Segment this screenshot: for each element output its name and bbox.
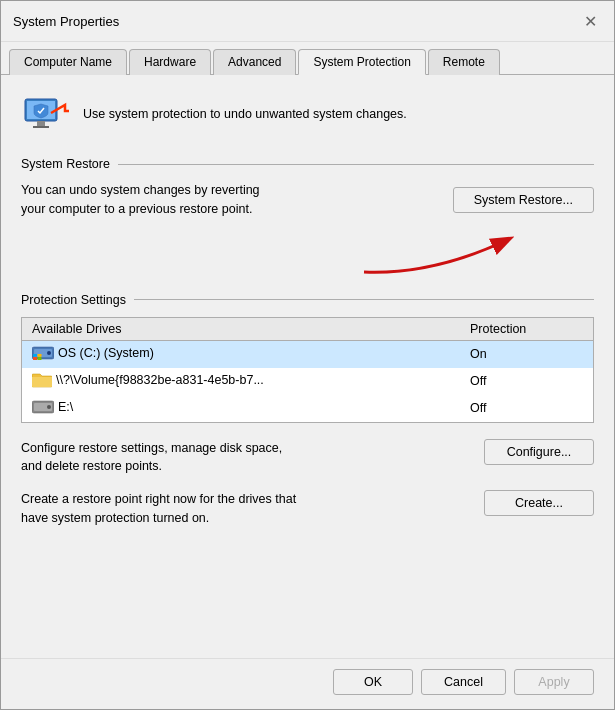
drive-label-2: \\?\Volume{f98832be-a831-4e5b-b7... xyxy=(56,373,264,387)
create-row: Create a restore point right now for the… xyxy=(21,490,594,528)
system-protection-icon xyxy=(21,91,69,139)
svg-rect-8 xyxy=(38,357,42,360)
title-bar: System Properties ✕ xyxy=(1,1,614,42)
protection-settings-section: Protection Settings Available Drives Pro… xyxy=(21,293,594,423)
table-row[interactable]: OS (C:) (System) On xyxy=(22,340,594,368)
arrow-area xyxy=(21,227,594,277)
drives-table: Available Drives Protection xyxy=(21,317,594,423)
svg-point-13 xyxy=(47,405,51,409)
hdd-icon xyxy=(32,345,54,361)
footer: OK Cancel Apply xyxy=(1,658,614,709)
drive-name-1: OS (C:) (System) xyxy=(22,340,461,368)
tab-system-protection[interactable]: System Protection xyxy=(298,49,425,75)
system-properties-window: System Properties ✕ Computer Name Hardwa… xyxy=(0,0,615,710)
system-restore-button[interactable]: System Restore... xyxy=(453,187,594,213)
apply-button[interactable]: Apply xyxy=(514,669,594,695)
system-restore-section: System Restore You can undo system chang… xyxy=(21,157,594,277)
close-button[interactable]: ✕ xyxy=(578,9,602,33)
col-protection: Protection xyxy=(460,317,593,340)
ok-button[interactable]: OK xyxy=(333,669,413,695)
svg-rect-7 xyxy=(33,357,37,360)
svg-rect-10 xyxy=(38,354,42,357)
header-row: Use system protection to undo unwanted s… xyxy=(21,91,594,139)
drive-protection-1: On xyxy=(460,340,593,368)
create-description: Create a restore point right now for the… xyxy=(21,490,296,528)
configure-row: Configure restore settings, manage disk … xyxy=(21,439,594,477)
drive-protection-2: Off xyxy=(460,368,593,395)
drive-label-3: E:\ xyxy=(58,400,73,414)
col-available-drives: Available Drives xyxy=(22,317,461,340)
arrow-icon xyxy=(354,227,534,282)
system-restore-row: You can undo system changes by reverting… xyxy=(21,181,594,219)
header-description: Use system protection to undo unwanted s… xyxy=(83,106,407,124)
cancel-button[interactable]: Cancel xyxy=(421,669,506,695)
tab-hardware[interactable]: Hardware xyxy=(129,49,211,75)
system-restore-description: You can undo system changes by reverting… xyxy=(21,181,260,219)
configure-description: Configure restore settings, manage disk … xyxy=(21,439,282,477)
drive-name-3: E:\ xyxy=(22,395,461,423)
system-restore-label: System Restore xyxy=(21,157,594,171)
protection-settings-label: Protection Settings xyxy=(21,293,594,307)
content-area: Use system protection to undo unwanted s… xyxy=(1,75,614,658)
tab-advanced[interactable]: Advanced xyxy=(213,49,296,75)
table-row[interactable]: E:\ Off xyxy=(22,395,594,423)
drive-protection-3: Off xyxy=(460,395,593,423)
drive-icon-2: \\?\Volume{f98832be-a831-4e5b-b7... xyxy=(32,372,264,388)
svg-rect-9 xyxy=(33,354,37,357)
drive-icon-3: E:\ xyxy=(32,399,73,415)
table-row[interactable]: \\?\Volume{f98832be-a831-4e5b-b7... Off xyxy=(22,368,594,395)
tab-bar: Computer Name Hardware Advanced System P… xyxy=(1,42,614,75)
tab-remote[interactable]: Remote xyxy=(428,49,500,75)
svg-rect-3 xyxy=(33,126,49,128)
hdd2-icon xyxy=(32,399,54,415)
configure-button[interactable]: Configure... xyxy=(484,439,594,465)
folder-icon xyxy=(32,372,52,388)
tab-computer-name[interactable]: Computer Name xyxy=(9,49,127,75)
drive-icon-1: OS (C:) (System) xyxy=(32,345,154,361)
svg-rect-2 xyxy=(37,121,45,126)
drive-label-1: OS (C:) (System) xyxy=(58,346,154,360)
create-button[interactable]: Create... xyxy=(484,490,594,516)
svg-point-6 xyxy=(47,351,51,355)
window-title: System Properties xyxy=(13,14,119,29)
drive-name-2: \\?\Volume{f98832be-a831-4e5b-b7... xyxy=(22,368,461,395)
